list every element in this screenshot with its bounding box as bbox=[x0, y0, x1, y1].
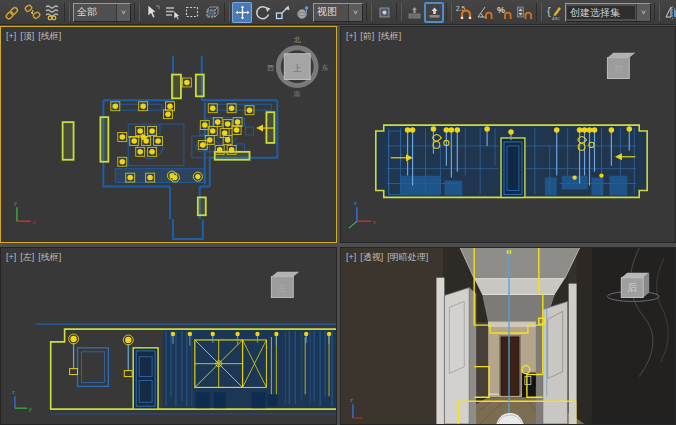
select-and-manipulate-icon[interactable] bbox=[404, 2, 424, 23]
axis-tripod: z y bbox=[12, 389, 32, 412]
toolbar-separator bbox=[224, 3, 230, 21]
viewport-menu-button[interactable]: [+] bbox=[346, 252, 356, 262]
toolbar-separator bbox=[396, 3, 402, 21]
left-view-wireframe: z y 左 bbox=[1, 248, 336, 424]
viewport-left-label: [+][左][线框] bbox=[6, 251, 65, 264]
floorplan-furniture bbox=[112, 104, 271, 182]
viewcube-top-face: 上 bbox=[293, 63, 302, 73]
named-selection-sets-value: 创建选择集 bbox=[567, 6, 635, 19]
axis-y-label: y bbox=[29, 406, 32, 412]
compass-west: 西 bbox=[267, 64, 274, 72]
left-door bbox=[436, 278, 476, 424]
wall-details bbox=[78, 348, 109, 387]
compass-north: 北 bbox=[294, 36, 301, 44]
viewport-menu-button[interactable]: [+] bbox=[6, 31, 16, 41]
unlink-selection-icon[interactable] bbox=[22, 2, 42, 23]
viewport-view-button[interactable]: [左] bbox=[20, 252, 34, 262]
toolbar-separator bbox=[134, 3, 140, 21]
window-crossing-icon[interactable] bbox=[202, 2, 222, 23]
axis-z-label: z bbox=[350, 397, 353, 403]
floorplan-walls bbox=[103, 56, 277, 239]
select-and-move-icon[interactable] bbox=[232, 2, 252, 23]
right-wall-corner bbox=[577, 248, 592, 424]
light-glyphs bbox=[111, 78, 254, 182]
viewport-left[interactable]: [+][左][线框] bbox=[0, 247, 337, 425]
viewport-top-label: [+][顶][线框] bbox=[6, 30, 65, 43]
percent-snap-toggle-icon[interactable]: % bbox=[494, 2, 514, 23]
axis-tripod: y x bbox=[14, 200, 36, 225]
toolbar-separator bbox=[446, 3, 452, 21]
viewport-view-button[interactable]: [前] bbox=[360, 31, 374, 41]
rectangular-selection-region-icon[interactable] bbox=[182, 2, 202, 23]
viewcube[interactable]: 上 北 南 西 东 bbox=[267, 36, 329, 97]
viewport-perspective-label: [+][透视][明暗处理] bbox=[346, 251, 432, 264]
keyboard-shortcut-override-icon[interactable] bbox=[424, 2, 444, 23]
selected-objects bbox=[63, 75, 275, 216]
hanging-lamps bbox=[69, 334, 134, 377]
spinner-snap-toggle-icon[interactable] bbox=[514, 2, 534, 23]
select-and-place-icon[interactable] bbox=[292, 2, 312, 23]
elevation-door bbox=[501, 138, 525, 197]
perspective-shaded-view: z 后 bbox=[341, 248, 675, 424]
main-toolbar: 全部 ˅ bbox=[0, 0, 676, 25]
viewport-front[interactable]: [+][前][线框] bbox=[340, 26, 676, 243]
viewport-shading-button[interactable]: [线框] bbox=[38, 31, 61, 41]
viewport-top[interactable]: [+][顶][线框] bbox=[0, 26, 337, 243]
select-and-link-icon[interactable] bbox=[2, 2, 22, 23]
selection-filter-value: 全部 bbox=[74, 5, 116, 19]
select-object-icon[interactable] bbox=[142, 2, 162, 23]
toolbar-separator bbox=[654, 3, 660, 21]
toolbar-separator bbox=[366, 3, 372, 21]
viewport-front-label: [+][前][线框] bbox=[346, 30, 405, 43]
toolbar-separator bbox=[536, 3, 542, 21]
3dsmax-window: 全部 ˅ bbox=[0, 0, 676, 425]
axis-tripod: z x bbox=[349, 200, 376, 228]
select-and-rotate-icon[interactable] bbox=[252, 2, 272, 23]
chevron-down-icon[interactable]: ˅ bbox=[116, 4, 130, 21]
viewcube[interactable]: 左 bbox=[271, 272, 299, 298]
chevron-down-icon[interactable]: ˅ bbox=[348, 4, 362, 21]
viewport-shading-button[interactable]: [明暗处理] bbox=[387, 252, 428, 262]
svg-text:{: { bbox=[547, 5, 551, 17]
compass-east: 东 bbox=[322, 64, 329, 71]
angle-snap-toggle-icon[interactable] bbox=[474, 2, 494, 23]
reference-coordinate-system-dropdown[interactable]: 视图 ˅ bbox=[313, 3, 363, 22]
axis-z-label: z bbox=[12, 389, 15, 395]
toolbar-separator bbox=[64, 3, 70, 21]
viewport-view-button[interactable]: [透视] bbox=[360, 252, 383, 262]
use-pivot-point-center-icon[interactable] bbox=[374, 2, 394, 23]
axis-x-label: x bbox=[33, 219, 36, 225]
chevron-down-icon[interactable]: ˅ bbox=[636, 4, 650, 21]
viewcube[interactable]: 前 bbox=[607, 53, 635, 79]
edit-named-selection-sets-icon[interactable]: { ABC bbox=[544, 2, 564, 23]
left-wall bbox=[341, 248, 443, 424]
mirror-icon[interactable] bbox=[662, 2, 676, 23]
viewport-shading-button[interactable]: [线框] bbox=[378, 31, 401, 41]
door bbox=[133, 348, 158, 409]
abc-label: ABC bbox=[552, 16, 560, 21]
select-by-name-icon[interactable] bbox=[162, 2, 182, 23]
axis-y-label: y bbox=[14, 200, 17, 206]
front-view-wireframe: z x 前 bbox=[341, 27, 675, 242]
viewport-menu-button[interactable]: [+] bbox=[346, 31, 356, 41]
percent-label: % bbox=[497, 5, 505, 15]
named-selection-sets-dropdown[interactable]: 创建选择集 ˅ bbox=[565, 3, 651, 22]
viewcube-back-face: 后 bbox=[627, 283, 637, 294]
compass-south: 南 bbox=[294, 90, 301, 97]
viewcube-left-face: 左 bbox=[278, 283, 287, 293]
top-view-wireframe: y x 上 北 南 西 东 bbox=[1, 27, 336, 242]
selection-filter-dropdown[interactable]: 全部 ˅ bbox=[73, 3, 131, 22]
bind-to-space-warp-icon[interactable] bbox=[42, 2, 62, 23]
viewcube-front-face: 前 bbox=[614, 64, 623, 74]
viewport-perspective[interactable]: z 后 [+][透视][明暗处理] bbox=[340, 247, 676, 425]
viewport-shading-button[interactable]: [线框] bbox=[38, 252, 61, 262]
viewport-view-button[interactable]: [顶] bbox=[20, 31, 34, 41]
viewport-menu-button[interactable]: [+] bbox=[6, 252, 16, 262]
snaps-toggle-icon[interactable]: 2.5 bbox=[454, 2, 474, 23]
select-and-scale-icon[interactable] bbox=[272, 2, 292, 23]
axis-z-label: z bbox=[354, 200, 357, 206]
axis-x-label: x bbox=[373, 219, 376, 225]
reference-coordinate-system-value: 视图 bbox=[314, 5, 348, 19]
